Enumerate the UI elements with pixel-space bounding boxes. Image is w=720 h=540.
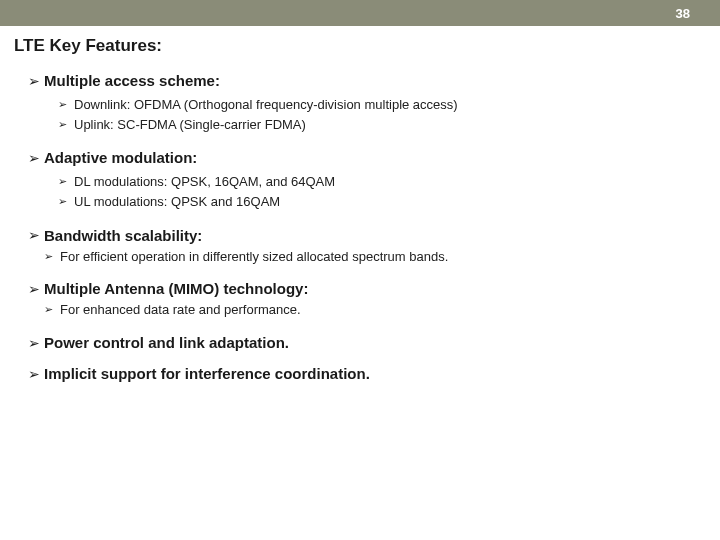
list-item: ➢ Downlink: OFDMA (Orthogonal frequency-… [58,95,720,115]
section-bandwidth-scalability: ➢ Bandwidth scalability: ➢ For efficient… [28,227,720,267]
chevron-right-icon: ➢ [28,73,42,89]
list-item: ➢ Uplink: SC-FDMA (Single-carrier FDMA) [58,115,720,135]
chevron-right-icon: ➢ [58,192,68,212]
item-text: For efficient operation in differently s… [60,248,448,267]
section-title: Power control and link adaptation. [44,334,289,351]
content-area: ➢ Multiple access scheme: ➢ Downlink: OF… [0,56,720,382]
section-mimo: ➢ Multiple Antenna (MIMO) technology: ➢ … [28,280,720,320]
sublist: ➢ For enhanced data rate and performance… [28,297,720,320]
chevron-right-icon: ➢ [28,366,42,382]
chevron-right-icon: ➢ [28,150,42,166]
item-text: UL modulations: QPSK and 16QAM [74,192,280,212]
section-implicit-support: ➢ Implicit support for interference coor… [28,365,720,382]
title-row: LTE Key Features: [0,26,720,56]
section-title: Bandwidth scalability: [44,227,202,244]
chevron-right-icon: ➢ [44,301,54,320]
chevron-right-icon: ➢ [58,95,68,115]
section-title: Multiple Antenna (MIMO) technology: [44,280,308,297]
section-head: ➢ Power control and link adaptation. [28,334,720,351]
page-number: 38 [676,6,690,21]
chevron-right-icon: ➢ [28,227,42,243]
sublist: ➢ Downlink: OFDMA (Orthogonal frequency-… [28,89,720,135]
section-multiple-access: ➢ Multiple access scheme: ➢ Downlink: OF… [28,72,720,135]
item-text: Downlink: OFDMA (Orthogonal frequency-di… [74,95,458,115]
sublist: ➢ DL modulations: QPSK, 16QAM, and 64QAM… [28,166,720,212]
section-head: ➢ Multiple Antenna (MIMO) technology: [28,280,720,297]
item-text: Uplink: SC-FDMA (Single-carrier FDMA) [74,115,306,135]
section-head: ➢ Bandwidth scalability: [28,227,720,244]
chevron-right-icon: ➢ [58,172,68,192]
chevron-right-icon: ➢ [28,281,42,297]
list-item: ➢ DL modulations: QPSK, 16QAM, and 64QAM [58,172,720,192]
section-power-control: ➢ Power control and link adaptation. [28,334,720,351]
section-adaptive-modulation: ➢ Adaptive modulation: ➢ DL modulations:… [28,149,720,212]
section-head: ➢ Adaptive modulation: [28,149,720,166]
item-text: DL modulations: QPSK, 16QAM, and 64QAM [74,172,335,192]
slide-title: LTE Key Features: [14,36,162,55]
sublist: ➢ For efficient operation in differently… [28,244,720,267]
chevron-right-icon: ➢ [58,115,68,135]
section-head: ➢ Multiple access scheme: [28,72,720,89]
section-title: Implicit support for interference coordi… [44,365,370,382]
list-item: ➢ For enhanced data rate and performance… [44,301,720,320]
section-title: Multiple access scheme: [44,72,220,89]
chevron-right-icon: ➢ [28,335,42,351]
list-item: ➢ UL modulations: QPSK and 16QAM [58,192,720,212]
section-head: ➢ Implicit support for interference coor… [28,365,720,382]
chevron-right-icon: ➢ [44,248,54,267]
header-bar: 38 [0,0,720,26]
list-item: ➢ For efficient operation in differently… [44,248,720,267]
item-text: For enhanced data rate and performance. [60,301,301,320]
section-title: Adaptive modulation: [44,149,197,166]
